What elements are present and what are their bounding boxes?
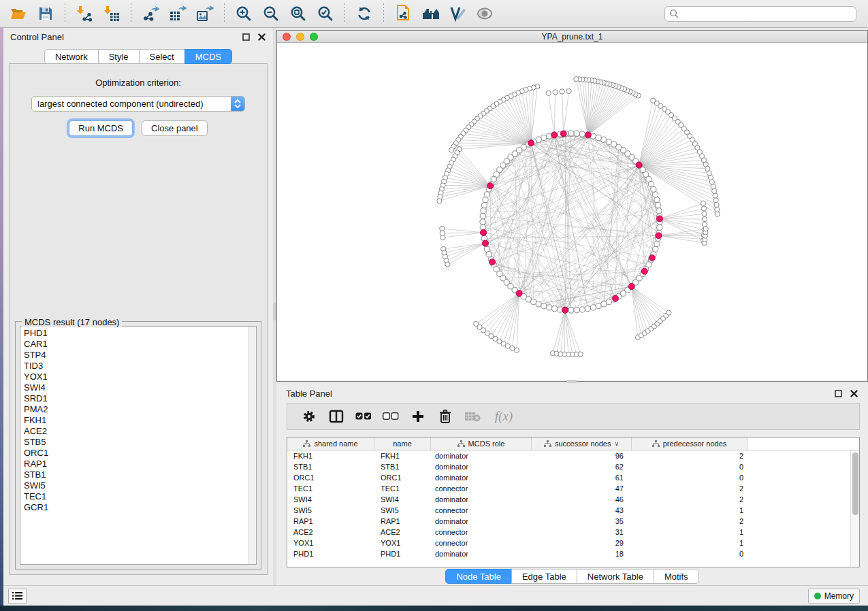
mcds-result-item[interactable]: ACE2 bbox=[22, 426, 256, 437]
network-node[interactable] bbox=[566, 88, 571, 93]
network-node[interactable] bbox=[712, 188, 717, 193]
table-row[interactable]: SWI5SWI5connector431 bbox=[287, 505, 859, 516]
cell-name[interactable]: SWI4 bbox=[374, 494, 431, 505]
cell-predecessor-nodes[interactable]: 0 bbox=[632, 461, 748, 472]
cell-successor-nodes[interactable]: 96 bbox=[532, 450, 632, 461]
table-row[interactable]: STB1STB1dominator620 bbox=[287, 461, 859, 472]
cell-shared-name[interactable]: SWI4 bbox=[287, 494, 374, 505]
import-table-button[interactable] bbox=[100, 3, 123, 24]
table-settings-button[interactable] bbox=[297, 405, 321, 428]
network-node[interactable] bbox=[713, 198, 718, 203]
tab-edge-table[interactable]: Edge Table bbox=[511, 569, 577, 584]
table-row[interactable]: FKH1FKH1dominator962 bbox=[287, 450, 859, 461]
tab-mcds[interactable]: MCDS bbox=[184, 49, 232, 64]
zoom-out-button[interactable] bbox=[259, 3, 283, 24]
cell-predecessor-nodes[interactable]: 2 bbox=[632, 483, 748, 494]
network-node[interactable] bbox=[585, 306, 590, 312]
cell-name[interactable]: PHD1 bbox=[374, 548, 431, 559]
cell-shared-name[interactable]: TEC1 bbox=[287, 483, 374, 494]
network-node[interactable] bbox=[480, 219, 485, 225]
export-network-button[interactable] bbox=[139, 3, 162, 24]
cell-predecessor-nodes[interactable]: 2 bbox=[632, 494, 748, 505]
network-node[interactable] bbox=[590, 305, 596, 310]
tab-network-table[interactable]: Network Table bbox=[577, 569, 654, 584]
mcds-result-item[interactable]: FKH1 bbox=[22, 415, 256, 426]
cell-successor-nodes[interactable]: 46 bbox=[532, 494, 632, 505]
cell-MCDS-role[interactable]: connector bbox=[431, 527, 532, 538]
network-node[interactable] bbox=[653, 192, 658, 197]
cell-shared-name[interactable]: RAP1 bbox=[287, 516, 374, 527]
table-row[interactable]: PHD1PHD1dominator180 bbox=[287, 548, 859, 559]
cell-shared-name[interactable]: STB1 bbox=[287, 461, 374, 472]
mcds-result-item[interactable]: STB5 bbox=[22, 437, 256, 448]
cell-shared-name[interactable]: ACE2 bbox=[287, 527, 374, 538]
table-row[interactable]: SWI4SWI4dominator462 bbox=[287, 494, 859, 505]
export-image-button[interactable] bbox=[193, 3, 216, 24]
zoom-fit-button[interactable] bbox=[287, 3, 310, 24]
mcds-result-item[interactable]: PHD1 bbox=[22, 328, 256, 339]
cell-name[interactable]: ORC1 bbox=[374, 472, 431, 483]
network-window-titlebar[interactable]: YPA_prune.txt_1 bbox=[277, 31, 867, 43]
network-node[interactable] bbox=[711, 184, 716, 189]
delete-table-button[interactable] bbox=[460, 405, 485, 428]
cell-MCDS-role[interactable]: dominator bbox=[431, 472, 532, 483]
cell-successor-nodes[interactable]: 43 bbox=[532, 505, 632, 516]
search-network-button[interactable] bbox=[419, 3, 442, 24]
cell-successor-nodes[interactable]: 62 bbox=[532, 461, 632, 472]
window-close-button[interactable] bbox=[283, 33, 291, 41]
cell-MCDS-role[interactable]: connector bbox=[431, 505, 532, 516]
network-node[interactable] bbox=[536, 301, 541, 307]
mcds-hub-node[interactable] bbox=[516, 291, 522, 297]
cell-predecessor-nodes[interactable]: 1 bbox=[632, 538, 748, 548]
network-node[interactable] bbox=[579, 131, 585, 137]
network-node[interactable] bbox=[654, 241, 660, 246]
network-node[interactable] bbox=[484, 192, 489, 197]
network-node[interactable] bbox=[715, 207, 720, 212]
vizmapper-button[interactable] bbox=[446, 3, 469, 24]
open-session-button[interactable] bbox=[7, 3, 30, 24]
cell-shared-name[interactable]: PHD1 bbox=[287, 548, 374, 559]
network-node[interactable] bbox=[601, 301, 607, 307]
network-node[interactable] bbox=[702, 212, 707, 216]
column-header-name[interactable]: name bbox=[374, 437, 431, 450]
network-node[interactable] bbox=[714, 202, 719, 207]
network-node[interactable] bbox=[514, 348, 519, 352]
network-node[interactable] bbox=[656, 203, 661, 208]
mcds-result-item[interactable]: SWI4 bbox=[22, 382, 256, 393]
mcds-result-item[interactable]: CAR1 bbox=[22, 339, 256, 350]
network-node[interactable] bbox=[560, 89, 564, 94]
cell-predecessor-nodes[interactable]: 2 bbox=[632, 450, 748, 461]
table-row[interactable]: ACE2ACE2connector311 bbox=[287, 527, 859, 538]
cell-shared-name[interactable]: FKH1 bbox=[287, 450, 374, 461]
network-node[interactable] bbox=[654, 197, 660, 203]
network-node[interactable] bbox=[656, 208, 662, 214]
mcds-hub-node[interactable] bbox=[528, 140, 534, 146]
network-node[interactable] bbox=[568, 131, 574, 136]
cell-name[interactable]: STB1 bbox=[374, 461, 431, 472]
float-table-panel-button[interactable] bbox=[833, 389, 843, 398]
network-node[interactable] bbox=[579, 307, 585, 312]
mcds-hub-node[interactable] bbox=[562, 307, 568, 313]
mcds-result-item[interactable]: RAP1 bbox=[22, 459, 256, 469]
close-panel-button[interactable] bbox=[257, 32, 266, 42]
mcds-result-item[interactable]: GCR1 bbox=[22, 502, 256, 513]
column-header-successor-nodes[interactable]: successor nodes∨ bbox=[532, 437, 632, 450]
mcds-result-item[interactable]: YOX1 bbox=[22, 371, 256, 382]
cell-predecessor-nodes[interactable]: 2 bbox=[632, 516, 748, 527]
select-all-button[interactable] bbox=[351, 405, 376, 428]
column-header-predecessor-nodes[interactable]: predecessor nodes bbox=[632, 437, 748, 450]
cell-name[interactable]: YOX1 bbox=[374, 538, 431, 548]
network-node[interactable] bbox=[536, 137, 541, 142]
function-builder-button[interactable]: f(x) bbox=[487, 405, 520, 428]
network-node[interactable] bbox=[651, 186, 656, 192]
network-node[interactable] bbox=[437, 199, 442, 203]
network-node[interactable] bbox=[531, 299, 536, 305]
mcds-result-item[interactable]: PMA2 bbox=[22, 404, 256, 415]
mcds-hub-node[interactable] bbox=[641, 268, 647, 274]
delete-column-button[interactable] bbox=[433, 405, 457, 428]
list-scrollbar-track[interactable] bbox=[248, 327, 256, 564]
cell-shared-name[interactable]: YOX1 bbox=[287, 538, 374, 548]
network-node[interactable] bbox=[546, 90, 551, 95]
network-node[interactable] bbox=[653, 246, 658, 252]
mcds-result-item[interactable]: SRD1 bbox=[22, 393, 256, 404]
